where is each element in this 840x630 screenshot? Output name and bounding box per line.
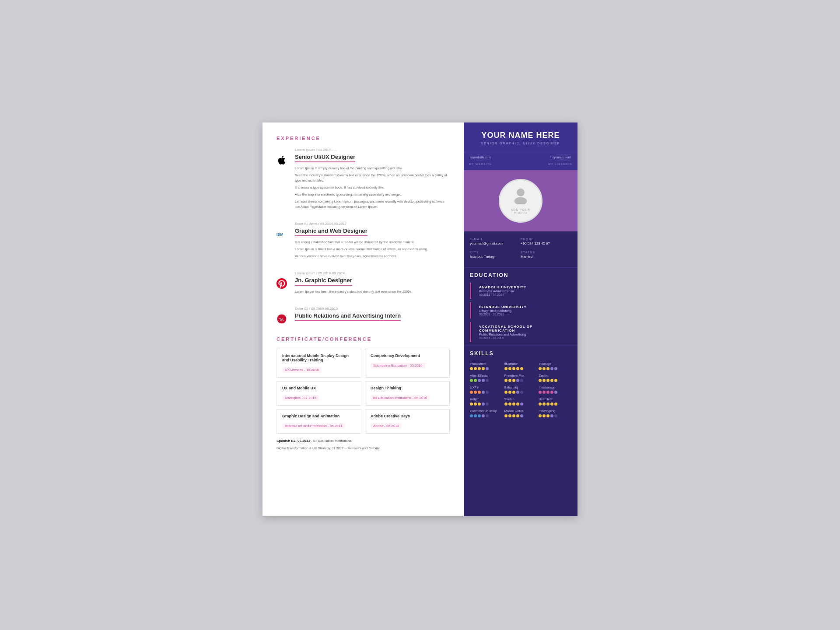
exp-title-2: Graphic and Web Designer xyxy=(295,228,368,236)
skill-usertest: User Test xyxy=(539,397,571,406)
exp-content-1: Lorem Ipsum / 03.2017 - ... Senior UI/UX… xyxy=(295,148,450,211)
dot xyxy=(512,379,515,382)
dot xyxy=(486,391,489,394)
exp-content-4: Dolor Sit / 09.2009-05.2010 Public Relat… xyxy=(295,307,450,326)
dot xyxy=(520,391,523,394)
dot xyxy=(474,367,477,370)
dot xyxy=(542,367,546,370)
phone-item: PHONE +90 534 123 45 67 xyxy=(521,238,571,245)
exp-meta-4: Dolor Sit / 09.2009-05.2010 xyxy=(295,307,450,311)
dot xyxy=(478,414,481,417)
edu-date-2: 09.2005 - 06.2009 xyxy=(479,336,565,340)
skill-name-aftereffects: After Effects xyxy=(470,374,503,378)
svg-text:TA: TA xyxy=(279,318,284,322)
dot xyxy=(516,402,519,406)
cert-org-2: Userspots - 07.2015 xyxy=(282,395,319,401)
dot xyxy=(470,367,473,370)
city-label: CITY xyxy=(470,251,521,254)
dot xyxy=(550,379,553,382)
skill-dots-prototyping xyxy=(539,414,571,417)
dot xyxy=(546,391,550,394)
skill-dots-aftereffects xyxy=(470,379,503,382)
skill-customer-journey: Customer Journey xyxy=(470,409,503,417)
skills-title: SKILLS xyxy=(464,346,578,359)
exp-meta-3: Lorem Ipsum / 05.2010-09.2014 xyxy=(295,271,450,275)
edu-item-1: ISTANBUL UNIVERSITY Design and publishin… xyxy=(470,302,571,318)
edu-school-1: ISTANBUL UNIVERSITY xyxy=(479,305,565,309)
website-url: mywebsite.com xyxy=(469,156,492,159)
skill-dots-zeplin xyxy=(539,379,571,382)
dot xyxy=(508,402,511,406)
dot xyxy=(482,379,485,382)
right-links: mywebsite.com MY WEBSITE /in/youraccount… xyxy=(464,152,578,170)
linkedin-label: MY LINKEDIN xyxy=(548,163,572,165)
dot xyxy=(520,379,523,382)
dot xyxy=(482,414,485,417)
city-value: Istanbul, Turkey xyxy=(470,255,521,259)
dot xyxy=(474,402,477,406)
skill-name-invision: Invisionapp xyxy=(539,385,571,389)
cert-card-5: Adobe Creative Days Adobe - 06.2013 xyxy=(365,409,450,434)
dot xyxy=(482,367,485,370)
experience-item-2: IBM Dolor Sit Amet / 09.2014-03.2017 Gra… xyxy=(276,222,450,261)
linkedin-link: /in/youraccount MY LINKEDIN xyxy=(548,156,572,167)
dot xyxy=(554,367,557,370)
skill-name-zeplin: Zeplin xyxy=(539,374,571,378)
experience-item-4: TA Dolor Sit / 09.2009-05.2010 Public Re… xyxy=(276,307,450,326)
dot xyxy=(478,367,481,370)
dot xyxy=(539,367,542,370)
dot xyxy=(539,379,542,382)
cert-org-0: UXServices - 10.2016 xyxy=(282,367,322,373)
email-value: yourmail@gmail.com xyxy=(470,242,521,245)
experience-title: EXPERIENCE xyxy=(276,136,450,141)
right-panel: YOUR NAME HERE SENIOR GRAPHIC, UI/UX DES… xyxy=(464,122,578,516)
edu-field-2: Public Relations and Advertising xyxy=(479,332,565,336)
skill-dots-mobile-uiux xyxy=(504,414,537,417)
skill-mobile-uiux: Mobile UI/UX xyxy=(504,409,537,417)
resume-container: EXPERIENCE Lorem Ipsum / 03.2017 - ... S… xyxy=(262,122,578,516)
dot xyxy=(482,402,485,406)
dot xyxy=(546,367,550,370)
website-label: MY WEBSITE xyxy=(469,163,492,165)
dot xyxy=(470,391,473,394)
skill-illustrator: Illustrator xyxy=(504,362,537,370)
dot xyxy=(539,402,542,406)
skill-name-usertest: User Test xyxy=(539,397,571,401)
dot xyxy=(554,379,557,382)
dot xyxy=(482,391,485,394)
dot xyxy=(508,367,511,370)
svg-point-3 xyxy=(517,189,525,196)
dot xyxy=(512,367,515,370)
skill-dots-premiere xyxy=(504,379,537,382)
exp-title-3: Jn. Graphic Designer xyxy=(295,277,352,286)
skill-balsamiq: Balsamiq xyxy=(504,385,537,394)
dot xyxy=(474,391,477,394)
cert-name-4: Graphic Design and Animation xyxy=(282,414,356,418)
dot xyxy=(508,379,511,382)
dot xyxy=(474,414,477,417)
exp-desc-1-0: Lorem Ipsum is simply dummy text of the … xyxy=(295,166,450,171)
dot xyxy=(539,414,542,417)
dot xyxy=(486,379,489,382)
exp-desc-1-3: Also the leap into electronic typesettin… xyxy=(295,192,450,197)
skill-uxpin: UXPin xyxy=(470,385,503,394)
cert-card-0: International Mobile Display Design and … xyxy=(276,349,361,378)
left-panel: EXPERIENCE Lorem Ipsum / 03.2017 - ... S… xyxy=(262,122,464,516)
cert-card-4: Graphic Design and Animation Istanbul Ar… xyxy=(276,409,361,434)
lang-name-0: Spanish B2, 06.2013 xyxy=(276,439,310,443)
dot xyxy=(554,391,557,394)
digital-trans-item: Digital Transformation & UX Strategy, 01… xyxy=(276,446,450,450)
dot xyxy=(516,391,519,394)
turkish-airlines-logo: TA xyxy=(276,307,290,326)
dot xyxy=(486,367,489,370)
skills-grid: Photoshop Illustrator xyxy=(464,359,578,420)
skill-dots-customer-journey xyxy=(470,414,503,417)
dot xyxy=(504,379,508,382)
skill-hotjar: Hotjar xyxy=(470,397,503,406)
cert-card-2: UX and Mobile UX Userspots - 07.2015 xyxy=(276,381,361,406)
exp-content-3: Lorem Ipsum / 05.2010-09.2014 Jn. Graphi… xyxy=(295,271,450,296)
exp-title-4: Public Relations and Advertising Intern xyxy=(295,312,401,321)
skill-indesign: Indesign xyxy=(539,362,571,370)
email-item: E-MAIL yourmail@gmail.com xyxy=(470,238,521,245)
cert-name-2: UX and Mobile UX xyxy=(282,386,356,390)
